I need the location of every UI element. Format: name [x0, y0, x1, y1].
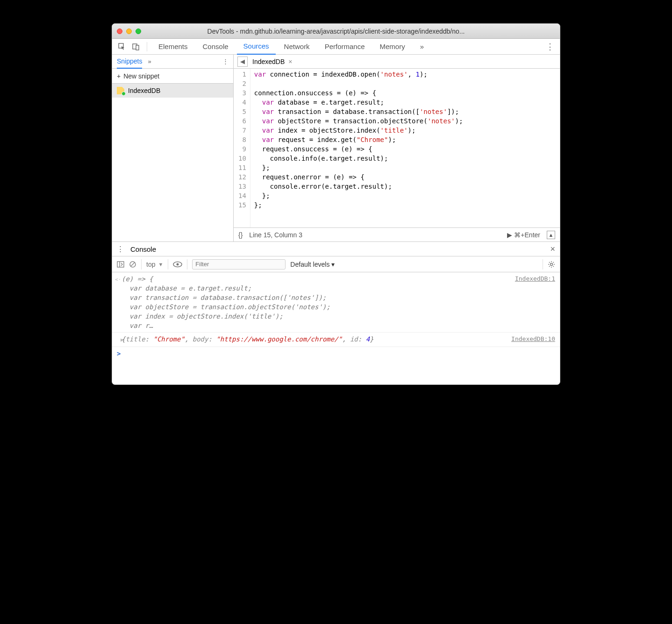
console-header: ⋮ Console × — [112, 241, 560, 256]
console-settings-icon[interactable] — [548, 261, 555, 268]
plus-icon: + — [117, 72, 121, 80]
editor-statusbar: {} Line 15, Column 3 ▶ ⌘+Enter ▲ — [234, 227, 560, 241]
expand-icon[interactable]: ▶ — [115, 334, 122, 345]
format-braces-icon[interactable]: {} — [238, 231, 243, 239]
snippet-file-name: IndexedDB — [128, 87, 160, 94]
console-prompt[interactable]: > — [112, 347, 560, 360]
svg-line-16 — [549, 266, 550, 267]
device-toggle-icon[interactable] — [130, 41, 142, 53]
inspect-element-icon[interactable] — [116, 41, 128, 53]
snippet-file-icon — [117, 87, 124, 94]
chevron-down-icon: ▼ — [158, 262, 163, 267]
window-title: DevTools - mdn.github.io/learning-area/j… — [145, 28, 555, 35]
devtools-window: DevTools - mdn.github.io/learning-area/j… — [112, 23, 560, 385]
svg-line-6 — [131, 262, 135, 266]
svg-line-17 — [553, 262, 554, 263]
run-snippet-button[interactable]: ▶ ⌘+Enter — [507, 231, 540, 239]
close-drawer-icon[interactable]: × — [550, 244, 555, 254]
code-editor[interactable]: 123456789101112131415 var connection = i… — [234, 69, 560, 227]
cursor-position: Line 15, Column 3 — [249, 231, 302, 239]
console-sidebar-toggle-icon[interactable] — [117, 261, 124, 268]
separator — [147, 42, 147, 51]
svg-point-9 — [550, 263, 553, 265]
snippet-file[interactable]: IndexedDB — [112, 84, 233, 98]
minimize-window-button[interactable] — [126, 28, 132, 34]
main-toolbar: ElementsConsoleSourcesNetworkPerformance… — [112, 39, 560, 55]
run-shortcut-label: ⌘+Enter — [514, 231, 540, 239]
console-title: Console — [130, 245, 156, 253]
panel-tab-memory[interactable]: Memory — [373, 39, 412, 55]
close-tab-icon[interactable]: × — [288, 58, 292, 65]
line-gutter: 123456789101112131415 — [234, 69, 250, 227]
navigator-pane: Snippets » ⋮ + New snippet IndexedDB — [112, 55, 234, 241]
message-source-link[interactable]: IndexedDB:10 — [511, 334, 555, 344]
overflow-tabs[interactable]: » — [414, 39, 430, 55]
navigator-overflow[interactable]: » — [148, 58, 151, 65]
console-message: <·(e) => { var database = e.target.resul… — [112, 272, 560, 333]
svg-line-15 — [553, 266, 554, 267]
navigator-menu-icon[interactable]: ⋮ — [222, 58, 229, 65]
navigate-back-button[interactable]: ◀ — [237, 57, 248, 67]
zoom-window-button[interactable] — [136, 28, 141, 34]
panel-tab-console[interactable]: Console — [196, 39, 235, 55]
open-file-tab[interactable]: IndexedDB × — [252, 58, 292, 65]
settings-menu-icon[interactable]: ⋮ — [544, 42, 556, 52]
panel-tab-sources[interactable]: Sources — [237, 39, 276, 55]
live-expression-icon[interactable] — [173, 261, 182, 268]
titlebar: DevTools - mdn.github.io/learning-area/j… — [112, 24, 560, 39]
editor-pane: ◀ IndexedDB × 123456789101112131415 var … — [234, 55, 560, 241]
filter-input[interactable] — [192, 259, 286, 269]
new-snippet-label: New snippet — [123, 72, 159, 80]
new-snippet-button[interactable]: + New snippet — [112, 69, 233, 84]
panel-tab-network[interactable]: Network — [278, 39, 316, 55]
window-controls — [117, 28, 141, 34]
context-selector[interactable]: top ▼ — [146, 261, 163, 268]
panel-tab-elements[interactable]: Elements — [152, 39, 194, 55]
close-window-button[interactable] — [117, 28, 122, 34]
file-tab-name: IndexedDB — [252, 58, 285, 65]
console-toolbar: top ▼ Default levels ▾ — [112, 256, 560, 272]
svg-point-8 — [177, 263, 179, 265]
console-output: <·(e) => { var database = e.target.resul… — [112, 272, 560, 384]
expand-icon[interactable]: <· — [115, 274, 122, 284]
log-levels-selector[interactable]: Default levels ▾ — [290, 261, 335, 268]
svg-rect-2 — [136, 45, 139, 50]
console-message: ▶{title: "Chrome", body: "https://www.go… — [112, 333, 560, 347]
code-content: var connection = indexedDB.open('notes',… — [250, 69, 467, 227]
panel-tab-performance[interactable]: Performance — [318, 39, 372, 55]
svg-line-14 — [549, 262, 550, 263]
snippets-tab[interactable]: Snippets — [117, 55, 142, 69]
toggle-drawer-icon[interactable]: ▲ — [547, 231, 555, 239]
message-source-link[interactable]: IndexedDB:1 — [515, 274, 555, 284]
console-menu-icon[interactable]: ⋮ — [117, 245, 124, 253]
snippet-list: IndexedDB — [112, 84, 233, 241]
clear-console-icon[interactable] — [129, 261, 136, 268]
play-icon: ▶ — [507, 231, 512, 239]
